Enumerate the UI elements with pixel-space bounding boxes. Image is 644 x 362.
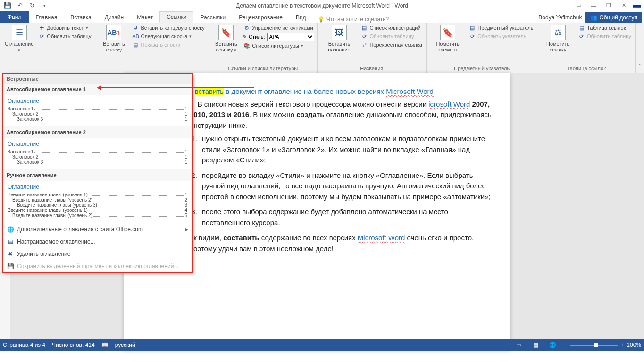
- zoom-track[interactable]: [570, 345, 618, 346]
- crossref-button[interactable]: ⇄Перекрестная ссылка: [360, 41, 423, 49]
- update-authorities-label: Обновить таблицу: [587, 34, 631, 39]
- gallery-preview-auto2[interactable]: Оглавление Заголовок 11Заголовок 21Загол…: [3, 138, 192, 169]
- group-authorities: ⚖ Пометить ссылку ▤Таблица ссылок ⟳Обнов…: [537, 23, 636, 73]
- mark-entry-button[interactable]: 🔖 Пометить элемент: [429, 24, 466, 53]
- toc-preview-row: Заголовок 31: [8, 160, 187, 165]
- restore-icon[interactable]: ❐: [602, 2, 615, 9]
- show-notes-label: Показать сноски: [141, 42, 180, 48]
- add-text-button[interactable]: ✚Добавить текст ▾: [37, 24, 92, 32]
- list-item: перейдите во вкладку «Стили» и нажмите н…: [199, 170, 492, 202]
- zoom-slider[interactable]: − + 100%: [564, 342, 641, 348]
- mark-citation-button[interactable]: ⚖ Пометить ссылку: [540, 24, 576, 53]
- gallery-preview-auto1[interactable]: Оглавление Заголовок 11Заголовок 21Загол…: [3, 95, 192, 126]
- toc-preview-row: Заголовок 21: [8, 111, 187, 117]
- tab-insert[interactable]: Вставка: [64, 12, 98, 23]
- toc-preview-row: Введите название главы (уровень 1)1: [8, 192, 187, 197]
- group-citations: 🔖 Вставить ссылку ▾ ⚙Управление источник…: [209, 23, 318, 73]
- table-figures-button[interactable]: ▤Список иллюстраций: [360, 24, 423, 32]
- refresh-icon: ⟳: [361, 33, 368, 40]
- gallery-preview-manual[interactable]: Оглавление Введите название главы (урове…: [3, 181, 192, 223]
- zoom-in-icon[interactable]: +: [620, 342, 624, 348]
- status-language[interactable]: русский: [115, 342, 135, 348]
- insert-footnote-button[interactable]: AB1 Вставить сноску: [98, 24, 129, 53]
- style-select[interactable]: APA: [267, 33, 314, 41]
- mark-entry-label: Пометить элемент: [431, 41, 464, 52]
- refresh-icon: ⟳: [38, 33, 45, 40]
- table-authorities-button[interactable]: ▤Таблица ссылок: [577, 24, 632, 32]
- spellcheck-icon[interactable]: 📖: [101, 342, 109, 348]
- insert-index-button[interactable]: ▤Предметный указатель: [468, 24, 534, 32]
- insert-citation-button[interactable]: 🔖 Вставить ссылку ▾: [212, 24, 241, 54]
- status-bar: Страница 4 из 4 Число слов: 414 📖 русски…: [0, 339, 644, 351]
- menu-custom-label: Настраиваемое оглавление...: [17, 238, 95, 245]
- redo-icon[interactable]: ↻: [28, 2, 36, 9]
- quick-access-toolbar: 💾 ↶ ↻ ▾: [0, 2, 48, 9]
- preview-title: Оглавление: [8, 98, 187, 104]
- language-flag-icon[interactable]: [633, 3, 641, 8]
- citation-style-combo[interactable]: ✎ Стиль: APA: [243, 33, 314, 41]
- view-print-icon[interactable]: ▤: [530, 341, 541, 349]
- ribbon-options-icon[interactable]: ▭: [572, 2, 585, 9]
- insert-endnote-button[interactable]: ↲Вставить концевую сноску: [131, 24, 205, 32]
- doc-paragraph-2: ак видим, составить содержание во всех в…: [190, 233, 492, 254]
- close-icon[interactable]: ✕: [618, 2, 630, 9]
- view-web-icon[interactable]: 🌐: [547, 341, 558, 349]
- menu-remove-toc[interactable]: ✖Удалить оглавление: [3, 248, 192, 260]
- toc-icon: ☰: [12, 25, 27, 40]
- style-label: Стиль:: [249, 34, 265, 40]
- tab-review[interactable]: Рецензирование: [232, 12, 289, 23]
- share-icon: 👥: [590, 14, 597, 21]
- share-button[interactable]: 👥 Общий доступ: [585, 12, 642, 23]
- endnote-icon: ↲: [132, 25, 139, 31]
- tab-view[interactable]: Вид: [289, 12, 313, 23]
- style-icon: ✎: [243, 34, 247, 40]
- menu-custom-toc[interactable]: ▤Настраиваемое оглавление...: [3, 236, 192, 248]
- zoom-thumb[interactable]: [594, 343, 598, 347]
- crossref-icon: ⇄: [361, 42, 368, 48]
- update-table-button[interactable]: ⟳Обновить таблицу: [37, 33, 92, 40]
- preview-title: Оглавление: [8, 141, 187, 147]
- next-icon: AB: [132, 33, 139, 40]
- plus-icon: ✚: [38, 25, 45, 31]
- save-icon[interactable]: 💾: [4, 2, 11, 9]
- menu-save-label: Сохранить выделенный фрагмент в коллекци…: [17, 263, 178, 269]
- undo-icon[interactable]: ↶: [16, 2, 24, 9]
- toc-button[interactable]: ☰ Оглавление▾: [3, 24, 35, 54]
- tab-home[interactable]: Главная: [29, 12, 64, 23]
- update-figures-label: Обновить таблицу: [369, 34, 414, 39]
- group-toc-label: [3, 71, 92, 73]
- mark-citation-icon: ⚖: [551, 25, 566, 40]
- tab-references[interactable]: Ссылки: [159, 11, 193, 23]
- menu-more-office[interactable]: 🌐Дополнительные оглавления с сайта Offic…: [3, 223, 192, 236]
- user-name[interactable]: Bodya Yefimchuk: [538, 14, 582, 21]
- tab-file[interactable]: Файл: [0, 11, 29, 23]
- tab-layout[interactable]: Макет: [130, 12, 159, 23]
- group-footnotes: AB1 Вставить сноску ↲Вставить концевую с…: [95, 23, 209, 73]
- gallery-item-manual[interactable]: Ручное оглавление: [3, 169, 192, 181]
- zoom-out-icon[interactable]: −: [564, 342, 568, 348]
- menu-remove-label: Удалить оглавление: [17, 251, 70, 257]
- insert-caption-button[interactable]: 🖼 Вставить название: [320, 24, 359, 53]
- insert-caption-label: Вставить название: [322, 41, 357, 52]
- bibliography-button[interactable]: 📚Список литературы ▾: [243, 42, 314, 50]
- show-icon: ▤: [132, 42, 139, 48]
- group-footnotes-label: [98, 71, 205, 73]
- gallery-item-auto2[interactable]: Автособираемое оглавление 2: [3, 126, 192, 138]
- status-page[interactable]: Страница 4 из 4: [3, 342, 45, 348]
- manage-sources-button[interactable]: ⚙Управление источниками: [243, 24, 314, 32]
- tab-design[interactable]: Дизайн: [98, 12, 130, 23]
- view-read-icon[interactable]: ▭: [513, 341, 524, 349]
- menu-more-label: Дополнительные оглавления с сайта Office…: [17, 226, 143, 233]
- doc-paragraph-1: В список новых версий текстового процесс…: [190, 99, 492, 131]
- next-footnote-button[interactable]: ABСледующая сноска ▾: [131, 33, 205, 40]
- tell-me-search[interactable]: 💡 Что вы хотите сделать?: [318, 16, 389, 23]
- tab-mailings[interactable]: Рассылки: [193, 12, 232, 23]
- zoom-value[interactable]: 100%: [627, 342, 641, 348]
- status-words[interactable]: Число слов: 414: [52, 342, 95, 348]
- annotation-arrow: [98, 87, 254, 88]
- custom-icon: ▤: [7, 238, 14, 245]
- customize-qat-icon[interactable]: ▾: [41, 2, 48, 9]
- collapse-ribbon-icon[interactable]: ˄: [636, 23, 644, 73]
- mark-citation-label: Пометить ссылку: [542, 41, 574, 52]
- minimize-icon[interactable]: —: [587, 2, 600, 9]
